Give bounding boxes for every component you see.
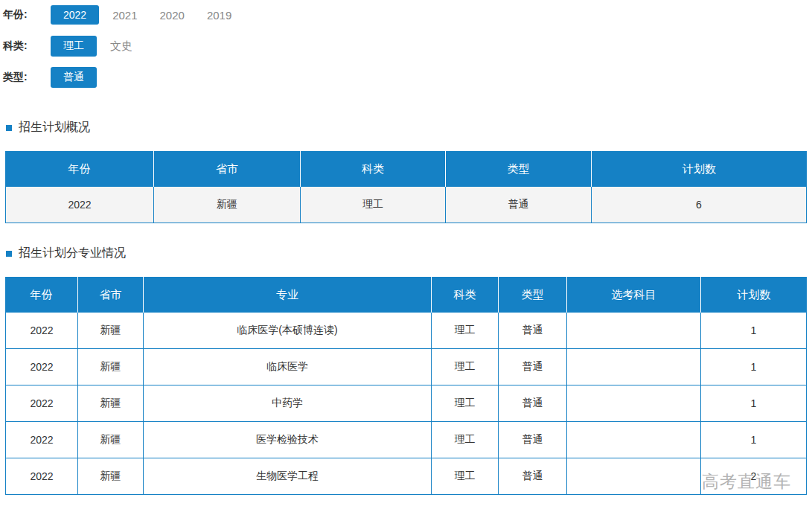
table-cell [567, 458, 701, 495]
major-table: 年份省市专业科类类型选考科目计划数 2022新疆临床医学(本硕博连读)理工普通1… [5, 277, 807, 495]
table-cell: 中药学 [144, 385, 432, 422]
column-header: 省市 [78, 277, 144, 313]
table-cell [567, 422, 701, 458]
table-cell: 理工 [301, 187, 446, 223]
filter-label-year: 年份: [3, 8, 51, 22]
square-bullet-icon [6, 251, 12, 257]
column-header: 科类 [301, 151, 446, 187]
filter-option-2021[interactable]: 2021 [112, 9, 137, 22]
filter-option-普通[interactable]: 普通 [51, 67, 97, 88]
table-header-row: 年份省市专业科类类型选考科目计划数 [5, 277, 807, 313]
column-header: 类型 [446, 151, 592, 187]
column-header: 选考科目 [567, 277, 701, 313]
table-cell: 2022 [5, 187, 154, 223]
filter-row-plan-type: 类型:普通 [3, 66, 812, 89]
table-cell: 新疆 [154, 187, 301, 223]
column-header: 省市 [154, 151, 301, 187]
column-header: 年份 [5, 151, 154, 187]
filter-row-subject-category: 科类:理工文史 [3, 35, 812, 57]
table-cell: 普通 [499, 349, 567, 385]
table-cell: 普通 [499, 385, 567, 422]
table-row: 2022新疆理工普通6 [5, 187, 807, 223]
filter-option-理工[interactable]: 理工 [51, 36, 97, 57]
table-cell: 1 [701, 422, 807, 458]
table-cell: 2022 [5, 313, 78, 349]
column-header: 计划数 [592, 151, 807, 187]
section-title-text: 招生计划概况 [19, 120, 90, 135]
table-cell: 新疆 [78, 422, 144, 458]
column-header: 科类 [432, 277, 499, 313]
table-cell: 理工 [432, 313, 499, 349]
filter-option-文史[interactable]: 文史 [110, 39, 132, 54]
table-cell: 2022 [5, 385, 78, 422]
table-cell: 普通 [446, 187, 592, 223]
column-header: 类型 [499, 277, 567, 313]
table-cell: 理工 [432, 349, 499, 385]
table-cell: 生物医学工程 [144, 458, 432, 495]
table-row: 2022新疆医学检验技术理工普通1 [5, 422, 807, 458]
table-cell: 普通 [499, 313, 567, 349]
filter-panel: 年份:2022202120202019科类:理工文史类型:普通 [0, 0, 812, 89]
table-cell: 2022 [5, 458, 78, 495]
column-header: 专业 [144, 277, 432, 313]
filter-option-2020[interactable]: 2020 [160, 9, 185, 22]
section-title-overview: 招生计划概况 [6, 120, 812, 135]
table-cell: 医学检验技术 [144, 422, 432, 458]
section-title-text: 招生计划分专业情况 [19, 246, 126, 261]
table-cell: 普通 [499, 458, 567, 495]
table-cell: 2022 [5, 422, 78, 458]
table-cell: 新疆 [78, 385, 144, 422]
table-cell: 2022 [5, 349, 78, 385]
section-title-major: 招生计划分专业情况 [6, 246, 812, 261]
table-cell: 新疆 [78, 458, 144, 495]
filter-option-2022[interactable]: 2022 [51, 5, 99, 25]
table-cell [567, 385, 701, 422]
table-cell: 理工 [432, 458, 499, 495]
column-header: 年份 [5, 277, 78, 313]
table-cell: 1 [701, 385, 807, 422]
table-cell [567, 349, 701, 385]
filter-option-2019[interactable]: 2019 [207, 9, 231, 22]
filter-label-plan-type: 类型: [3, 71, 51, 84]
overview-table: 年份省市科类类型计划数 2022新疆理工普通6 [5, 151, 807, 223]
table-row: 2022新疆临床医学(本硕博连读)理工普通1 [5, 313, 807, 349]
table-cell: 新疆 [78, 349, 144, 385]
table-cell: 普通 [499, 422, 567, 458]
table-cell: 2 [701, 458, 807, 495]
square-bullet-icon [6, 125, 12, 131]
table-row: 2022新疆中药学理工普通1 [5, 385, 807, 422]
table-row: 2022新疆临床医学理工普通1 [5, 349, 807, 385]
table-cell: 理工 [432, 422, 499, 458]
filter-label-subject-category: 科类: [3, 39, 51, 53]
table-cell: 临床医学 [144, 349, 432, 385]
table-cell: 临床医学(本硕博连读) [144, 313, 432, 349]
table-cell: 1 [701, 349, 807, 385]
table-cell: 新疆 [78, 313, 144, 349]
table-header-row: 年份省市科类类型计划数 [5, 151, 807, 187]
table-cell: 理工 [432, 385, 499, 422]
table-cell: 1 [701, 313, 807, 349]
table-row: 2022新疆生物医学工程理工普通2 [5, 458, 807, 495]
filter-row-year: 年份:2022202120202019 [3, 4, 812, 26]
table-cell [567, 313, 701, 349]
column-header: 计划数 [701, 277, 807, 313]
table-cell: 6 [592, 187, 807, 223]
admission-plan-page: 年份:2022202120202019科类:理工文史类型:普通 招生计划概况 年… [0, 0, 812, 512]
